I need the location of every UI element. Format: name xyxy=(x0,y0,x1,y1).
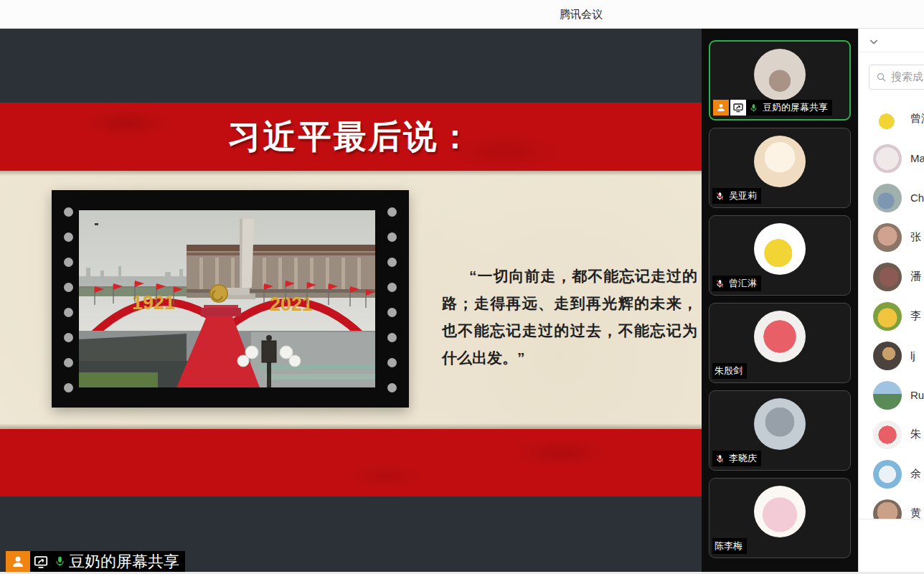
video-tile[interactable]: 曾汇淋 xyxy=(709,215,851,296)
search-icon xyxy=(876,72,887,83)
avatar xyxy=(873,105,902,133)
avatar xyxy=(873,302,902,331)
member-name: 潘 xyxy=(910,270,921,283)
film-strip-frame: 1921 2021 xyxy=(52,190,409,408)
member-row[interactable]: Ru xyxy=(859,375,924,415)
tile-name-label: 陈李梅 xyxy=(712,538,747,554)
search-placeholder: 搜索成员 xyxy=(891,70,924,84)
year-1921: 1921 xyxy=(132,292,175,314)
participant-name: 豆奶的屏幕共享 xyxy=(760,100,832,116)
sharer-name: 豆奶的屏幕共享 xyxy=(67,551,185,572)
video-tile[interactable]: 陈李梅 xyxy=(709,478,851,558)
panel-divider xyxy=(859,52,924,52)
film-holes-left xyxy=(64,207,73,392)
member-row[interactable]: 潘 xyxy=(859,257,924,296)
avatar xyxy=(873,342,902,370)
avatar xyxy=(754,486,806,537)
sharer-badge: 豆奶的屏幕共享 xyxy=(6,551,185,572)
member-row[interactable]: 朱 xyxy=(859,415,924,454)
panel-footer xyxy=(859,519,924,572)
member-row[interactable]: 张 xyxy=(859,217,924,257)
member-name: Ru xyxy=(910,389,924,401)
chevron-down-icon[interactable] xyxy=(868,36,880,47)
film-holes-right xyxy=(387,207,397,392)
video-tile[interactable]: 李晓庆 xyxy=(709,390,851,471)
tile-name-label: 李晓庆 xyxy=(712,451,761,466)
search-input[interactable]: 搜索成员 xyxy=(869,65,924,90)
avatar xyxy=(754,223,806,275)
avatar xyxy=(873,420,902,449)
slide-title-band: 习近平最后说： xyxy=(0,103,702,171)
participant-name: 曾汇淋 xyxy=(727,276,761,291)
member-name: 曾汇 xyxy=(910,112,924,126)
window-titlebar[interactable]: 腾讯会议 xyxy=(0,0,924,29)
mic-muted-icon xyxy=(712,276,727,291)
member-name: 张 xyxy=(910,230,921,244)
person-icon xyxy=(6,551,30,572)
participant-name: 朱殷剑 xyxy=(712,363,747,379)
member-row[interactable]: 曾汇 xyxy=(859,99,924,138)
member-name: lj xyxy=(910,349,915,362)
slide-title: 习近平最后说： xyxy=(228,115,474,159)
screen-share-stage: 习近平最后说： xyxy=(0,29,702,572)
member-row[interactable]: 李 xyxy=(859,296,924,336)
participant-name: 吴亚莉 xyxy=(727,188,761,204)
avatar xyxy=(873,381,902,410)
participant-name: 李晓庆 xyxy=(727,451,761,466)
tile-name-label: 豆奶的屏幕共享 xyxy=(713,100,832,116)
slide-footer-band xyxy=(0,429,702,497)
mic-muted-icon xyxy=(712,451,727,466)
tile-name-label: 曾汇淋 xyxy=(712,276,761,291)
video-tile-sharer[interactable]: 豆奶的屏幕共享 xyxy=(709,40,851,121)
participant-name: 陈李梅 xyxy=(712,538,747,554)
tile-name-label: 朱殷剑 xyxy=(712,363,747,379)
avatar xyxy=(873,460,902,489)
member-row[interactable]: Ch xyxy=(859,178,924,217)
avatar xyxy=(754,136,806,187)
avatar xyxy=(873,263,902,291)
mic-on-icon xyxy=(746,100,760,116)
person-icon xyxy=(713,100,729,116)
mic-muted-icon xyxy=(712,188,727,204)
avatar xyxy=(873,184,902,212)
year-2021: 2021 xyxy=(270,293,313,315)
member-name: Ch xyxy=(910,192,924,204)
app-window: 腾讯会议 习近平最后说： xyxy=(0,0,924,574)
screen-share-icon xyxy=(730,100,746,116)
video-tile[interactable]: 吴亚莉 xyxy=(709,128,851,208)
slide-quote: “一切向前走，都不能忘记走过的路；走得再远、走到再光辉的未来，也不能忘记走过的过… xyxy=(442,263,697,372)
mic-on-icon xyxy=(52,551,67,572)
tile-name-label: 吴亚莉 xyxy=(712,188,761,204)
video-tile[interactable]: 朱殷剑 xyxy=(709,303,851,383)
drone-speck xyxy=(95,223,98,225)
member-name: 余 xyxy=(910,467,921,481)
member-name: 李 xyxy=(910,309,921,323)
video-tiles-column: 豆奶的屏幕共享 吴亚莉 曾汇淋 朱殷剑 xyxy=(702,29,858,572)
member-row[interactable]: Ma xyxy=(859,138,924,178)
avatar xyxy=(754,311,806,362)
window-title: 腾讯会议 xyxy=(560,7,603,21)
avatar xyxy=(754,398,806,450)
member-row[interactable]: lj xyxy=(859,336,924,375)
members-panel: 搜索成员 曾汇 Ma Ch 张 潘 xyxy=(858,29,924,572)
avatar xyxy=(754,49,806,100)
avatar xyxy=(873,144,902,173)
screen-share-icon xyxy=(30,551,52,572)
member-name: 朱 xyxy=(910,428,921,441)
avatar xyxy=(873,223,902,252)
tiananmen-photo: 1921 2021 xyxy=(79,210,375,387)
member-row[interactable]: 余 xyxy=(859,454,924,494)
member-name: Ma xyxy=(910,152,924,164)
member-list: 曾汇 Ma Ch 张 潘 李 xyxy=(859,99,924,533)
